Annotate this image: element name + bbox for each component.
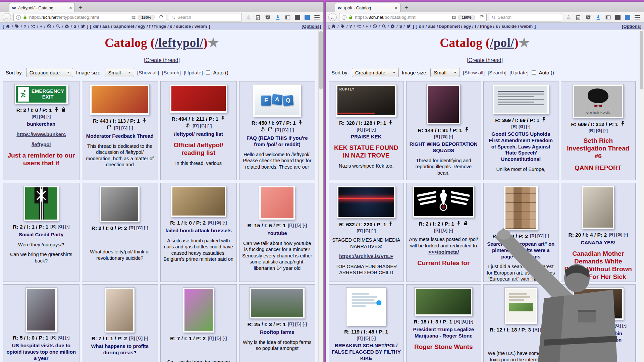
thread-cell[interactable]: R: 25 / I: 3 / P: 1[R] [G] [-] Rooftop f… [239, 284, 316, 362]
tab-pol-catalog[interactable]: /pol/ - Catalog [335, 3, 400, 12]
create-thread-link[interactable]: [Create thread] [144, 57, 180, 63]
thread-cell[interactable]: R: 7 / I: 1 / P: 2[R] [G] [-] So… aside … [160, 284, 237, 362]
thread-action-links[interactable]: [R] [G] [-] [357, 336, 376, 341]
thread-thumbnail[interactable] [427, 84, 460, 124]
tab-close-icon[interactable] [395, 5, 397, 10]
thread-cell[interactable]: R: 5 / I: 0 / P: 1[R] [G] [-] US hospita… [3, 284, 79, 362]
faq-icon[interactable]: ? [350, 24, 352, 29]
thread-action-links[interactable]: [R] [G] [-] [589, 128, 608, 133]
thread-action-links[interactable]: [R] [G] [-] [434, 228, 453, 233]
sidebar-icon[interactable] [605, 15, 611, 20]
scrollbar-thumb[interactable] [640, 31, 643, 89]
board-title-link[interactable]: /pol/ [490, 36, 514, 50]
menu-hamburger-icon[interactable] [635, 15, 640, 19]
no-entry-icon[interactable] [373, 24, 377, 28]
tags-icon[interactable] [340, 24, 345, 28]
thread-cell[interactable]: One Truth Prevails R: 609 / I: 212 / P: … [561, 81, 636, 180]
thread-thumbnail[interactable] [105, 288, 135, 333]
thread-cell[interactable]: R: 369 / I: 69 / P: 1 [R] [G] [-] Good! … [483, 81, 558, 180]
show-all-link[interactable]: [Show all] [463, 70, 485, 75]
sort-by-select[interactable]: Creation date [352, 68, 399, 77]
reader-mode-icon[interactable] [131, 15, 136, 20]
url-text[interactable]: https://8ch.net/leftypol/catalog.html [29, 15, 129, 20]
thread-action-links[interactable]: [R] [G] [-] [511, 124, 530, 129]
thread-action-links[interactable]: [R] [G] [-] [533, 327, 552, 332]
thread-cell[interactable]: R: 7 / I: 1 / P: 2[R] [G] [-] What happe… [82, 284, 158, 362]
new-tab-button[interactable] [400, 4, 412, 11]
search-link[interactable]: [Search] [488, 70, 506, 75]
donate-icon[interactable]: $ [74, 24, 76, 29]
thread-action-links[interactable]: [R] [G] [-] [193, 123, 212, 128]
thread-thumbnail[interactable] [413, 186, 474, 218]
thread-action-links[interactable]: [R] [G] [-] [50, 224, 69, 229]
extension-icon[interactable] [625, 15, 630, 20]
thread-thumbnail[interactable] [504, 186, 538, 230]
tab-leftypol-catalog[interactable]: /leftypol/ - Catalog [9, 3, 75, 12]
thread-action-links[interactable]: [R] [G] [-] [288, 322, 307, 326]
thread-action-links[interactable]: [R] [G] [-] [609, 232, 628, 237]
reload-icon[interactable] [159, 15, 164, 20]
donate-icon[interactable]: $ [399, 24, 402, 29]
thread-action-links[interactable]: [R] [G] [-] [208, 220, 227, 225]
board-search-icon[interactable] [382, 24, 386, 28]
bookmarks-menu-icon[interactable] [576, 15, 581, 20]
thread-thumbnail[interactable] [346, 288, 386, 326]
thread-action-links[interactable]: [R] [G] [-] [357, 228, 376, 233]
thread-action-links[interactable]: [R] [G] [-] [208, 336, 227, 341]
menu-hamburger-icon[interactable] [314, 15, 320, 19]
downloads-icon[interactable] [275, 14, 281, 20]
no-entry-icon[interactable] [47, 24, 51, 28]
thread-thumbnail[interactable] [337, 186, 395, 218]
search-link[interactable]: [Search] [162, 70, 181, 75]
thread-body-link[interactable]: /leftypol [32, 141, 51, 147]
twitter-icon[interactable] [407, 24, 411, 28]
extension-icon[interactable] [305, 15, 310, 20]
zoom-level-badge[interactable]: 150% [458, 15, 475, 20]
back-button[interactable] [3, 13, 11, 21]
thread-cell[interactable]: R: 144 / I: 81 / P: 1 [R] [G] [-] RIGHT … [406, 81, 481, 180]
thread-thumbnail[interactable] [183, 288, 214, 333]
update-link[interactable]: [Update] [509, 70, 529, 75]
thread-cell[interactable]: R: 20 / I: 4 / P: 2[R] [G] [-] CANADA YE… [561, 183, 636, 282]
create-thread-link[interactable]: [Create thread] [467, 57, 503, 63]
back-button[interactable] [328, 13, 337, 21]
thread-cell[interactable]: FAQ R: 450 / I: 97 / P: 1 [R] [G] [-] FA… [239, 81, 316, 180]
search-input[interactable]: Search [489, 13, 562, 21]
thread-body-link[interactable]: https://oddr.ovh [579, 361, 617, 362]
thread-cell[interactable]: R: 12 / I: 18 / P: 3[R] [G] [-] We (the … [483, 284, 558, 362]
thread-cell[interactable]: R: 2 / I: 0 / P: 2[R] [G] [-] What does … [82, 183, 158, 282]
bookmark-star-icon[interactable] [566, 14, 571, 20]
thread-action-links[interactable]: [R] [G] [-] [114, 125, 133, 130]
thread-cell[interactable]: R: 494 / I: 211 / P: 1 [R] [G] [-] /left… [160, 81, 237, 180]
update-link[interactable]: [Update] [184, 70, 203, 75]
extension-icon[interactable] [295, 15, 300, 20]
thread-action-links[interactable]: [R] [G] [-] [288, 223, 307, 228]
random-board-icon[interactable] [357, 24, 361, 28]
image-size-select[interactable]: Small [105, 68, 134, 77]
thread-body-link[interactable]: >>>/polmeta/ [428, 249, 459, 255]
random-board-icon[interactable] [31, 24, 35, 28]
thread-thumbnail[interactable] [505, 288, 537, 324]
thread-thumbnail[interactable] [24, 186, 59, 221]
pocket-icon[interactable] [265, 14, 271, 20]
thread-thumbnail[interactable]: One Truth Prevails [573, 84, 623, 118]
thread-thumbnail[interactable] [582, 186, 614, 229]
thread-body-link[interactable]: https://archive.is/VttLF [339, 253, 393, 259]
thread-thumbnail[interactable] [415, 288, 472, 316]
home-icon[interactable] [6, 24, 10, 28]
thread-thumbnail[interactable]: FAQ [253, 84, 301, 117]
thread-thumbnail[interactable] [100, 186, 140, 222]
url-text[interactable]: https://8ch.net/pol/catalog.html [355, 15, 449, 20]
thread-action-links[interactable]: [R] [G] [-] [32, 114, 51, 119]
settings-gear-icon[interactable] [390, 24, 395, 28]
sidebar-icon[interactable] [285, 15, 290, 20]
auto-update-checkbox[interactable] [206, 70, 210, 75]
new-tab-button[interactable] [75, 4, 87, 11]
tags-icon[interactable] [15, 24, 19, 28]
thread-action-links[interactable]: [R] [G] [-] [129, 226, 148, 230]
thread-thumbnail[interactable] [259, 186, 295, 220]
scrollbar-thumb[interactable] [319, 31, 323, 89]
thread-cell[interactable]: R: 15 / I: 6 / P: 1[R] [G] [-] Youtube C… [239, 183, 316, 282]
thread-action-links[interactable]: [R] [G] [-] [50, 335, 69, 340]
home-icon[interactable] [331, 24, 336, 28]
